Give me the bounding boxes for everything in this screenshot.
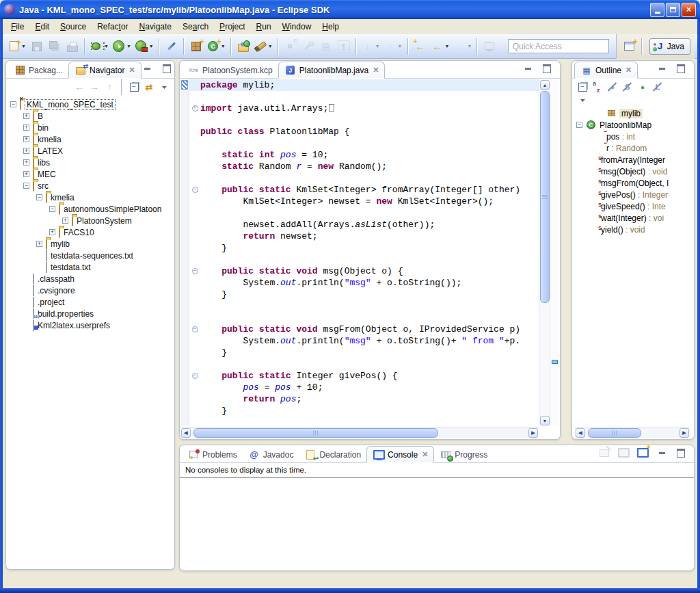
collapse-all-icon[interactable]	[576, 81, 589, 93]
tree-toggle-icon[interactable]: −	[10, 101, 16, 107]
scrollbar-thumb[interactable]	[540, 91, 550, 303]
save-button[interactable]	[29, 38, 45, 55]
show-selected-element-button[interactable]	[318, 38, 334, 55]
back-button[interactable]: ▼	[430, 38, 451, 55]
tree-toggle-icon[interactable]: −	[36, 194, 42, 200]
dropdown-arrow-icon[interactable]: ▼	[221, 44, 226, 49]
mark-occurrences-button[interactable]	[163, 38, 180, 55]
tree-toggle-icon[interactable]: +	[23, 159, 29, 166]
sort-icon[interactable]	[591, 81, 604, 93]
previous-annotation-button[interactable]: ▼	[383, 38, 404, 55]
tree-item-kml-mono-spec-test[interactable]: −KML_mono_SPEC_test	[6, 98, 174, 110]
tree-toggle-icon[interactable]: −	[576, 122, 582, 128]
show-whitespace-button[interactable]	[336, 38, 352, 55]
menu-refactor[interactable]: Refactor	[92, 21, 133, 33]
outline-item-package[interactable]: mylib	[572, 107, 694, 119]
tree-item-facs10[interactable]: +FACS10	[6, 226, 174, 238]
scroll-left-icon[interactable]: ◀	[181, 428, 191, 438]
outline-member-msgfrom[interactable]: SmsgFrom(Object, I	[572, 177, 694, 189]
open-console-icon[interactable]	[636, 447, 649, 459]
menu-edit[interactable]: Edit	[29, 21, 55, 33]
menu-window[interactable]: Window	[277, 21, 317, 33]
tab-problems[interactable]: Problems	[182, 446, 243, 463]
close-icon[interactable]: ✕	[625, 66, 632, 75]
window-minimize-button[interactable]	[650, 3, 664, 17]
minimize-view-icon[interactable]	[656, 62, 668, 75]
code-editor[interactable]: package mylib;+import java.util.Arrays;p…	[189, 79, 539, 426]
tree-toggle-icon[interactable]: +	[36, 241, 42, 247]
java-perspective-button[interactable]: Java	[649, 38, 690, 55]
tab-console[interactable]: Console✕	[366, 446, 434, 463]
menu-navigate[interactable]: Navigate	[134, 21, 177, 33]
scrollbar-thumb[interactable]	[193, 428, 438, 438]
collapse-region-icon[interactable]: −	[192, 187, 198, 193]
scroll-up-icon[interactable]: ▲	[540, 80, 550, 90]
dropdown-arrow-icon[interactable]: ▼	[268, 44, 273, 49]
horizontal-scrollbar[interactable]: ◀ ▶	[180, 427, 539, 438]
scrollbar-thumb[interactable]	[588, 428, 641, 438]
expand-region-icon[interactable]: +	[192, 105, 198, 111]
tree-toggle-icon[interactable]: +	[49, 229, 55, 235]
close-icon[interactable]: ✕	[129, 66, 135, 75]
tree-item-mec[interactable]: +MEC	[6, 168, 174, 180]
tab-javadoc[interactable]: Javadoc	[243, 446, 299, 463]
tree-toggle-icon[interactable]: +	[23, 113, 29, 119]
tab-navigator[interactable]: Navigator ✕	[68, 62, 142, 79]
maximize-view-icon[interactable]	[675, 447, 687, 459]
tree-toggle-icon[interactable]: +	[62, 218, 68, 224]
forward-button[interactable]: ▼	[452, 38, 473, 55]
tab-platoonlibmap-java[interactable]: PlatoonlibMap.java ✕	[278, 62, 386, 79]
menu-search[interactable]: Search	[177, 21, 214, 33]
new-wizard-button[interactable]: ▼	[6, 38, 27, 55]
quick-access-input[interactable]	[508, 39, 609, 53]
tab-declaration[interactable]: Declaration	[299, 446, 366, 463]
show-public-icon[interactable]	[636, 81, 649, 93]
run-external-tools-button[interactable]: ▼	[134, 38, 155, 55]
collapse-region-icon[interactable]: −	[192, 326, 198, 332]
scroll-right-icon[interactable]: ▶	[679, 428, 689, 438]
collapse-region-icon[interactable]: −	[192, 268, 198, 274]
tab-outline[interactable]: Outline ✕	[574, 62, 638, 79]
tree-toggle-icon[interactable]: +	[23, 136, 29, 142]
tree-item-latex[interactable]: +LATEX	[6, 145, 174, 157]
view-menu-icon[interactable]	[576, 94, 589, 106]
outline-member-pos[interactable]: Spos : int	[572, 131, 694, 142]
window-close-button[interactable]: ×	[682, 3, 696, 17]
debug-button[interactable]: ▼	[89, 38, 110, 55]
dropdown-arrow-icon[interactable]: ▼	[21, 44, 26, 49]
tree-item--project[interactable]: .project	[6, 296, 174, 308]
search-button[interactable]: ▼	[253, 38, 274, 55]
window-maximize-button[interactable]	[666, 3, 680, 17]
tree-toggle-icon[interactable]: +	[23, 124, 29, 131]
tree-item-kmelia[interactable]: +kmelia	[6, 133, 174, 145]
format-button[interactable]	[300, 38, 317, 55]
tree-item-kml2latex-userprefs[interactable]: Kml2latex.userprefs	[6, 319, 174, 331]
tab-progress[interactable]: Progress	[434, 446, 493, 463]
up-icon[interactable]	[103, 81, 116, 93]
outline-member-r[interactable]: Sr : Random	[572, 142, 694, 154]
tree-item--cvsignore[interactable]: .cvsignore	[6, 285, 174, 296]
tree-item-autonomoussimpleplatoon[interactable]: −autonomousSimplePlatoon	[6, 203, 174, 215]
menu-help[interactable]: Help	[317, 21, 345, 33]
hide-static-icon[interactable]	[621, 81, 634, 93]
run-button[interactable]: ▼	[111, 38, 133, 55]
menu-file[interactable]: File	[5, 21, 29, 33]
outline-member-givepos[interactable]: SgivePos() : Integer	[572, 189, 694, 200]
menu-project[interactable]: Project	[214, 21, 250, 33]
scroll-right-icon[interactable]: ▶	[528, 428, 538, 438]
tab-package-explorer[interactable]: Packag...	[8, 62, 68, 79]
tree-item-src[interactable]: −src	[6, 180, 174, 192]
outline-member-wait[interactable]: Swait(Integer) : voi	[572, 212, 694, 224]
print-button[interactable]	[64, 38, 81, 55]
collapse-region-icon[interactable]: −	[192, 373, 198, 379]
open-type-button[interactable]	[235, 38, 252, 55]
dropdown-arrow-icon[interactable]: ▼	[467, 44, 472, 49]
tree-item-kmelia[interactable]: −kmelia	[6, 192, 174, 203]
link-with-editor-icon[interactable]	[143, 81, 155, 93]
new-java-project-button[interactable]	[188, 38, 204, 55]
tree-item-libs[interactable]: +libs	[6, 157, 174, 168]
outline-member-msg[interactable]: Smsg(Object) : void	[572, 166, 694, 177]
tree-item-mylib[interactable]: +mylib	[6, 238, 174, 250]
close-icon[interactable]: ✕	[422, 450, 428, 459]
forward-icon[interactable]	[88, 81, 100, 93]
